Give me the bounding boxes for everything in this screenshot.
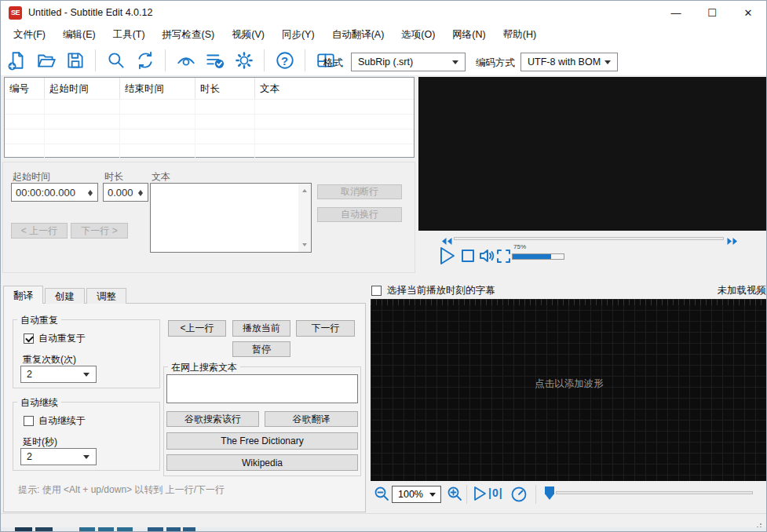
auto-continue-checkbox-label: 自动继续于 xyxy=(38,414,86,428)
table-row[interactable] xyxy=(5,129,414,144)
spinner-arrows[interactable] xyxy=(135,185,146,199)
menu-options[interactable]: 选项(O) xyxy=(393,24,444,46)
volume-icon[interactable] xyxy=(478,247,495,268)
maximize-button[interactable]: ☐ xyxy=(694,1,730,24)
subtitle-list[interactable]: 编号 起始时间 结束时间 时长 文本 xyxy=(4,77,415,158)
open-file-icon[interactable] xyxy=(35,50,57,71)
resize-grip-icon[interactable] xyxy=(754,523,755,525)
video-seek-bar xyxy=(418,233,767,244)
volume-slider[interactable] xyxy=(512,253,564,260)
hint-text: 提示: 使用 <Alt + up/down> 以转到 上一行/下一行 xyxy=(18,483,225,497)
table-row[interactable] xyxy=(5,99,414,114)
replace-icon[interactable] xyxy=(134,50,155,71)
repeat-count-combobox[interactable]: 2 xyxy=(20,366,97,383)
previous-line-button[interactable]: < 上一行 xyxy=(11,223,68,239)
menu-sync[interactable]: 同步(Y) xyxy=(273,24,323,46)
auto-repeat-group: 自动重复 自动重复于 重复次数(次) 2 xyxy=(13,319,160,388)
encoding-label: 编码方式 xyxy=(476,56,515,70)
menu-file[interactable]: 文件(F) xyxy=(5,24,54,46)
column-duration[interactable]: 时长 xyxy=(195,78,255,99)
status-bar xyxy=(1,513,766,529)
start-time-spinner[interactable]: 00:00:00.000 xyxy=(11,183,98,202)
spinner-arrows[interactable] xyxy=(85,185,96,199)
position-slider-handle[interactable] xyxy=(545,486,554,500)
textarea-scrollbar[interactable] xyxy=(298,184,311,252)
column-end-time[interactable]: 结束时间 xyxy=(120,78,195,99)
fullscreen-icon[interactable] xyxy=(496,249,511,267)
tab-translate[interactable]: 翻译 xyxy=(3,286,43,304)
delay-combobox[interactable]: 2 xyxy=(20,448,97,465)
chevron-down-icon xyxy=(604,60,611,67)
close-button[interactable]: ✕ xyxy=(730,1,766,24)
toolbar-separator xyxy=(95,49,96,71)
column-text[interactable]: 文本 xyxy=(255,78,414,99)
scroll-down-icon[interactable] xyxy=(302,243,307,249)
menu-help[interactable]: 帮助(H) xyxy=(495,24,545,46)
table-row[interactable] xyxy=(5,114,414,129)
find-icon[interactable] xyxy=(105,50,126,71)
menu-bar: 文件(F) 编辑(E) 工具(T) 拼写检查(S) 视频(V) 同步(Y) 自动… xyxy=(1,24,766,46)
zoom-out-icon[interactable] xyxy=(374,486,390,505)
spell-check-icon[interactable] xyxy=(204,50,225,71)
chevron-down-icon xyxy=(83,373,89,380)
position-slider-track[interactable] xyxy=(556,491,753,494)
no-video-label: 未加载视频 xyxy=(718,284,767,297)
video-position-slider[interactable] xyxy=(454,237,724,240)
stop-icon[interactable] xyxy=(461,249,475,266)
volume-fill xyxy=(513,254,551,259)
waveform-area[interactable]: 点击以添加波形 xyxy=(371,299,767,481)
next-line-button[interactable]: 下一行 xyxy=(296,320,355,337)
menu-spellcheck[interactable]: 拼写检查(S) xyxy=(154,24,224,46)
menu-autotranslate[interactable]: 自动翻译(A) xyxy=(323,24,393,46)
text-label: 文本 xyxy=(152,170,170,184)
duration-spinner[interactable]: 0.000 xyxy=(103,183,148,202)
google-translate-button[interactable]: 谷歌翻译 xyxy=(265,411,358,427)
auto-continue-checkbox[interactable] xyxy=(24,416,34,426)
encoding-combobox[interactable]: UTF-8 with BOM xyxy=(520,53,618,71)
scroll-up-icon[interactable] xyxy=(302,187,307,192)
column-start-time[interactable]: 起始时间 xyxy=(45,78,120,99)
auto-repeat-checkbox[interactable] xyxy=(24,333,34,344)
settings-icon[interactable] xyxy=(233,50,254,71)
table-row[interactable] xyxy=(5,144,414,159)
menu-network[interactable]: 网络(N) xyxy=(444,24,494,46)
autobreak-button[interactable]: 自动换行 xyxy=(317,207,402,222)
select-current-subtitle-checkbox[interactable] xyxy=(371,286,382,296)
new-file-icon[interactable] xyxy=(6,50,27,71)
play-icon[interactable] xyxy=(473,486,487,505)
visual-sync-icon[interactable] xyxy=(175,50,196,71)
format-combobox[interactable]: SubRip (.srt) xyxy=(351,53,466,71)
help-icon[interactable]: ? xyxy=(274,50,295,71)
minimize-button[interactable]: — xyxy=(658,1,694,24)
menu-video[interactable]: 视频(V) xyxy=(223,24,273,46)
prev-line-button[interactable]: <上一行 xyxy=(168,320,226,337)
zoom-in-icon[interactable] xyxy=(447,486,463,505)
web-search-input[interactable] xyxy=(166,374,358,403)
waveform-controls: 100% |0| xyxy=(371,482,767,508)
save-icon[interactable] xyxy=(64,50,86,71)
unbreak-button[interactable]: 取消断行 xyxy=(317,184,402,199)
subtitle-text-area[interactable] xyxy=(150,183,312,253)
auto-repeat-group-title: 自动重复 xyxy=(17,314,61,327)
tab-create[interactable]: 创建 xyxy=(45,288,85,304)
taskbar-sliver xyxy=(1,527,766,531)
column-number[interactable]: 编号 xyxy=(5,78,45,99)
play-current-button[interactable]: 播放当前 xyxy=(232,320,290,337)
toolbar-separator xyxy=(264,49,265,71)
playback-speed-icon[interactable] xyxy=(510,486,528,506)
repeat-count-label: 重复次数(次) xyxy=(23,353,76,366)
menu-tools[interactable]: 工具(T) xyxy=(104,24,154,46)
translate-tab-panel: 自动重复 自动重复于 重复次数(次) 2 自动继续 自动继续于 延时(秒) 2 xyxy=(3,303,366,512)
free-dictionary-button[interactable]: The Free Dictionary xyxy=(166,432,358,450)
pause-button[interactable]: 暂停 xyxy=(232,341,290,357)
wikipedia-button[interactable]: Wikipedia xyxy=(166,454,358,471)
play-icon[interactable] xyxy=(438,246,457,269)
tab-adjust[interactable]: 调整 xyxy=(86,288,126,304)
waveform-zoom-combobox[interactable]: 100% xyxy=(392,486,441,503)
video-surface[interactable] xyxy=(418,77,767,231)
play-from-start-icon[interactable]: |0| xyxy=(488,486,503,499)
menu-edit[interactable]: 编辑(E) xyxy=(54,24,104,46)
next-line-button[interactable]: 下一行 > xyxy=(71,223,128,239)
window-controls: — ☐ ✕ xyxy=(658,1,766,24)
google-search-line-button[interactable]: 谷歌搜索该行 xyxy=(166,411,259,427)
